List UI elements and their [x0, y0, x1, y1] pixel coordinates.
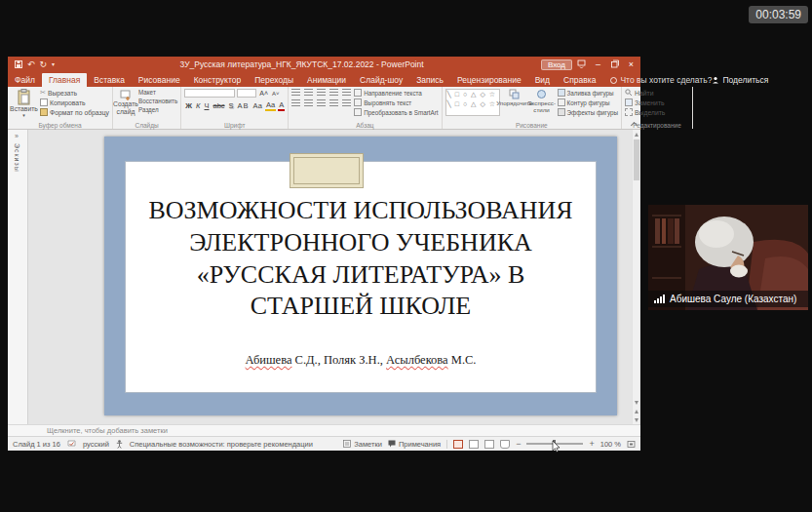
reading-view-button[interactable] [484, 440, 494, 449]
notes-toggle[interactable]: Заметки [343, 440, 382, 449]
accessibility-status[interactable]: Специальные возможности: проверьте реком… [130, 440, 313, 449]
shape-outline-button[interactable]: Контур фигуры [558, 98, 618, 106]
text-shadow-button[interactable]: S [228, 101, 235, 110]
redo-icon[interactable]: ↻ [40, 60, 48, 69]
slide-canvas[interactable]: ВОЗМОЖНОСТИ ИСПОЛЬЗОВАНИЯ ЭЛЕКТРОННОГО У… [104, 137, 617, 415]
text-direction-button[interactable]: Направление текста [354, 89, 438, 97]
bullets-button[interactable] [291, 89, 300, 96]
replace-icon [625, 98, 633, 106]
tab-insert[interactable]: Вставка [87, 73, 132, 87]
vertical-scrollbar[interactable] [632, 130, 639, 424]
restore-button[interactable] [607, 58, 622, 71]
underline-button[interactable]: Ч [203, 101, 210, 110]
scroll-up-arrow[interactable] [633, 130, 640, 138]
quick-styles-button[interactable]: Экспресс-стили [529, 89, 555, 120]
smartart-button[interactable]: Преобразовать в SmartArt [354, 108, 438, 116]
participant-video[interactable]: Абишева Сауле (Казахстан) [648, 205, 808, 310]
expand-thumbnails-icon[interactable]: » [15, 133, 19, 139]
save-icon[interactable] [15, 60, 22, 68]
group-clipboard: Вставить ▾ ✂ Вырезать Копировать Формат … [8, 87, 113, 129]
increase-indent-button[interactable] [329, 89, 338, 96]
undo-icon[interactable]: ↶ [27, 60, 35, 69]
change-case-button[interactable]: Аа [252, 101, 263, 110]
numbering-button[interactable] [304, 89, 313, 96]
shapes-gallery[interactable]: ╲ □ ○ △ ◇ ☆ ╲ □ ○ △ ◇ ☆ [445, 89, 500, 116]
scroll-down-arrow[interactable] [633, 398, 640, 407]
tab-help[interactable]: Справка [557, 73, 602, 87]
reset-button[interactable]: Восстановить [138, 98, 177, 104]
new-slide-button[interactable]: Создать слайд [116, 89, 135, 120]
slideshow-view-button[interactable] [500, 440, 510, 449]
align-center-button[interactable] [304, 99, 313, 106]
share-button[interactable]: Поделиться [712, 75, 776, 87]
accessibility-icon[interactable] [116, 440, 123, 449]
format-painter-button[interactable]: Формат по образцу [40, 108, 109, 116]
replace-label: Заменить [635, 99, 665, 106]
bold-button[interactable]: Ж [184, 101, 193, 110]
paste-button[interactable]: Вставить ▾ [11, 89, 37, 120]
collapse-ribbon-button[interactable] [631, 122, 638, 127]
font-color-button[interactable]: А [278, 100, 285, 111]
tab-home[interactable]: Главная [42, 73, 87, 87]
tab-transitions[interactable]: Переходы [248, 73, 300, 87]
comments-toggle[interactable]: Примечания [388, 440, 441, 449]
zoom-out-button[interactable]: − [516, 439, 521, 449]
next-slide-button[interactable] [633, 415, 640, 424]
shape-effects-button[interactable]: Эффекты фигуры [558, 108, 618, 116]
ribbon-display-options-icon[interactable] [574, 58, 589, 71]
language-indicator[interactable]: русский [83, 440, 109, 449]
tab-file[interactable]: Файл [8, 73, 42, 87]
tab-slideshow[interactable]: Слайд-шоу [353, 73, 409, 87]
normal-view-button[interactable] [453, 440, 463, 449]
qat-customize-icon[interactable]: ▾ [52, 61, 55, 67]
scrollbar-thumb[interactable] [634, 139, 639, 180]
find-button[interactable]: Найти [625, 89, 665, 97]
notes-placeholder: Щелкните, чтобы добавить заметки [47, 426, 168, 435]
strikethrough-button[interactable]: abc [212, 101, 225, 110]
fit-to-window-icon[interactable] [627, 440, 636, 449]
tell-me-label: Что вы хотите сделать? [620, 75, 712, 85]
slide-authors[interactable]: Абишева С.Д., Поляк З.Н., Асылбекова М.С… [104, 353, 617, 368]
replace-button[interactable]: Заменить [625, 98, 665, 106]
font-name-combobox[interactable] [184, 89, 235, 98]
line-spacing-button[interactable] [342, 89, 351, 96]
align-left-button[interactable] [291, 99, 300, 106]
section-button[interactable]: Раздел [138, 106, 177, 113]
notes-pane[interactable]: Щелкните, чтобы добавить заметки [8, 424, 640, 436]
tab-draw[interactable]: Рисование [132, 73, 187, 87]
arrange-button[interactable]: Упорядочить [503, 89, 526, 120]
tab-animations[interactable]: Анимации [300, 73, 353, 87]
tell-me-box[interactable]: Что вы хотите сделать? [610, 75, 712, 87]
minimize-button[interactable]: – [591, 58, 605, 71]
tab-design[interactable]: Конструктор [187, 73, 248, 87]
align-right-button[interactable] [317, 99, 326, 106]
sign-in-button[interactable]: Вход [541, 59, 572, 70]
zoom-in-button[interactable]: + [589, 439, 594, 449]
tab-review[interactable]: Рецензирование [450, 73, 528, 87]
increase-font-button[interactable]: А˄ [258, 90, 269, 97]
smartart-icon [354, 108, 362, 116]
character-spacing-button[interactable]: АВ [237, 101, 251, 110]
decrease-font-button[interactable]: А˅ [271, 91, 281, 97]
tab-record[interactable]: Запись [409, 73, 450, 87]
cut-button[interactable]: ✂ Вырезать [40, 89, 109, 97]
justify-button[interactable] [329, 99, 338, 106]
highlight-color-button[interactable]: Аа [265, 100, 276, 111]
spellcheck-icon[interactable] [67, 440, 76, 448]
font-size-combobox[interactable] [237, 89, 256, 98]
decrease-indent-button[interactable] [317, 89, 326, 96]
shape-fill-button[interactable]: Заливка фигуры [558, 89, 618, 97]
align-text-button[interactable]: Выровнять текст [354, 98, 438, 106]
slide-sorter-view-button[interactable] [469, 440, 479, 449]
copy-button[interactable]: Копировать [40, 98, 109, 106]
columns-button[interactable] [342, 99, 351, 106]
slide-title[interactable]: ВОЗМОЖНОСТИ ИСПОЛЬЗОВАНИЯ ЭЛЕКТРОННОГО У… [141, 195, 580, 323]
close-button[interactable]: × [624, 58, 638, 71]
layout-button[interactable]: Макет [138, 89, 177, 96]
italic-button[interactable]: К [195, 101, 201, 110]
select-button[interactable]: Выделить [625, 108, 665, 116]
thumbnails-panel[interactable]: » Эскизы [8, 130, 28, 424]
zoom-level[interactable]: 100 % [600, 440, 621, 449]
previous-slide-button[interactable] [633, 407, 640, 415]
tab-view[interactable]: Вид [528, 73, 557, 87]
